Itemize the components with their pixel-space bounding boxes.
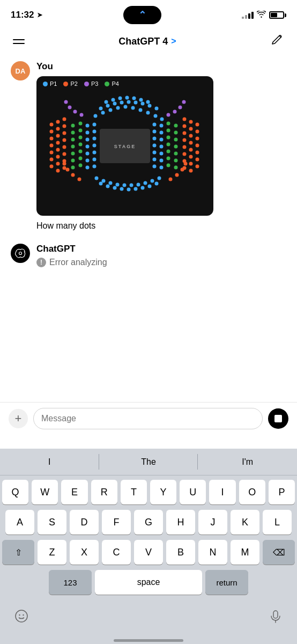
seating-dots-svg: STAGE bbox=[36, 76, 213, 216]
key-t[interactable]: T bbox=[121, 480, 147, 504]
key-c[interactable]: C bbox=[102, 540, 131, 565]
key-z[interactable]: Z bbox=[38, 540, 66, 565]
key-i[interactable]: I bbox=[209, 480, 235, 504]
svg-point-120 bbox=[160, 152, 164, 156]
key-b[interactable]: B bbox=[166, 540, 195, 565]
backspace-key[interactable]: ⌫ bbox=[263, 540, 295, 565]
svg-point-168 bbox=[23, 614, 24, 616]
predictive-item-2[interactable]: The bbox=[99, 449, 198, 475]
svg-point-40 bbox=[56, 155, 60, 159]
key-g[interactable]: G bbox=[134, 510, 163, 535]
svg-point-94 bbox=[183, 118, 187, 121]
message-input[interactable] bbox=[41, 414, 255, 423]
key-row-4: 123 space return bbox=[2, 570, 295, 595]
svg-point-148 bbox=[158, 177, 161, 180]
key-w[interactable]: W bbox=[32, 480, 58, 504]
user-content: You P1 P2 P3 bbox=[36, 61, 286, 231]
key-j[interactable]: J bbox=[198, 510, 227, 535]
bot-name: ChatGPT bbox=[36, 244, 286, 254]
svg-point-98 bbox=[183, 145, 187, 149]
numbers-key[interactable]: 123 bbox=[49, 570, 92, 595]
key-a[interactable]: A bbox=[5, 510, 34, 535]
svg-point-161 bbox=[78, 178, 81, 181]
predictive-item-3[interactable]: I'm bbox=[198, 449, 297, 475]
svg-point-76 bbox=[93, 151, 96, 155]
key-m[interactable]: M bbox=[231, 540, 259, 565]
compose-button[interactable] bbox=[268, 31, 286, 52]
key-s[interactable]: S bbox=[38, 510, 66, 535]
svg-point-50 bbox=[63, 166, 66, 170]
svg-point-139 bbox=[95, 177, 99, 180]
svg-point-85 bbox=[196, 165, 199, 169]
key-e[interactable]: E bbox=[61, 480, 87, 504]
svg-point-166 bbox=[16, 610, 27, 622]
svg-point-82 bbox=[196, 144, 199, 148]
svg-point-33 bbox=[50, 158, 54, 162]
user-avatar: DA bbox=[11, 61, 30, 80]
svg-point-73 bbox=[93, 130, 96, 134]
svg-point-113 bbox=[167, 150, 170, 153]
space-key[interactable]: space bbox=[95, 570, 202, 595]
key-f[interactable]: F bbox=[102, 510, 131, 535]
key-l[interactable]: L bbox=[263, 510, 292, 535]
keyboard-area: I The I'm Q W E R T Y U I O P A S D F bbox=[0, 449, 297, 644]
key-p[interactable]: P bbox=[269, 480, 295, 504]
key-x[interactable]: X bbox=[70, 540, 99, 565]
predictive-item-1[interactable]: I bbox=[0, 449, 99, 475]
stop-button[interactable] bbox=[268, 408, 288, 429]
svg-point-35 bbox=[56, 120, 60, 124]
error-icon: ! bbox=[36, 258, 46, 267]
user-name: You bbox=[36, 61, 286, 72]
svg-point-103 bbox=[174, 131, 178, 135]
svg-point-14 bbox=[134, 101, 138, 105]
key-q[interactable]: Q bbox=[2, 480, 28, 504]
svg-point-30 bbox=[50, 137, 54, 141]
keyboard-rows: Q W E R T Y U I O P A S D F G H J K L ⇧ … bbox=[0, 475, 297, 602]
svg-point-163 bbox=[66, 168, 70, 172]
svg-point-61 bbox=[79, 143, 83, 147]
user-message-text: How many dots bbox=[36, 221, 286, 231]
key-n[interactable]: N bbox=[198, 540, 227, 565]
svg-point-160 bbox=[184, 162, 188, 166]
microphone-button[interactable] bbox=[265, 605, 286, 628]
key-h[interactable]: H bbox=[166, 510, 195, 535]
svg-point-134 bbox=[127, 188, 131, 192]
key-r[interactable]: R bbox=[91, 480, 117, 504]
key-o[interactable]: O bbox=[239, 480, 265, 504]
svg-point-122 bbox=[160, 166, 164, 170]
svg-point-42 bbox=[56, 169, 60, 173]
menu-button[interactable] bbox=[11, 37, 27, 46]
key-v[interactable]: V bbox=[134, 540, 163, 565]
shift-key[interactable]: ⇧ bbox=[2, 540, 34, 565]
svg-point-152 bbox=[182, 100, 186, 104]
emoji-button[interactable] bbox=[11, 605, 32, 628]
return-key[interactable]: return bbox=[205, 570, 248, 595]
svg-point-104 bbox=[174, 138, 178, 142]
add-attachment-button[interactable]: + bbox=[9, 409, 28, 428]
svg-point-4 bbox=[118, 97, 122, 100]
svg-point-81 bbox=[196, 137, 199, 141]
svg-point-131 bbox=[106, 185, 110, 188]
svg-point-3 bbox=[112, 98, 115, 102]
svg-point-17 bbox=[155, 107, 159, 111]
svg-point-151 bbox=[179, 106, 182, 109]
svg-point-127 bbox=[153, 151, 157, 155]
key-d[interactable]: D bbox=[70, 510, 99, 535]
svg-point-67 bbox=[86, 138, 90, 142]
svg-point-153 bbox=[80, 113, 84, 117]
svg-point-43 bbox=[63, 118, 66, 121]
key-k[interactable]: K bbox=[231, 510, 259, 535]
svg-point-87 bbox=[189, 127, 193, 131]
key-u[interactable]: U bbox=[180, 480, 206, 504]
svg-point-44 bbox=[63, 125, 66, 128]
svg-point-93 bbox=[189, 169, 193, 173]
key-y[interactable]: Y bbox=[150, 480, 176, 504]
svg-point-141 bbox=[109, 181, 113, 185]
nav-bar: ChatGPT 4 > bbox=[0, 27, 297, 56]
svg-point-31 bbox=[50, 144, 54, 148]
svg-point-142 bbox=[116, 183, 120, 187]
svg-point-115 bbox=[167, 164, 170, 167]
svg-point-119 bbox=[160, 145, 164, 149]
svg-point-28 bbox=[50, 123, 54, 127]
svg-point-2 bbox=[105, 100, 108, 104]
